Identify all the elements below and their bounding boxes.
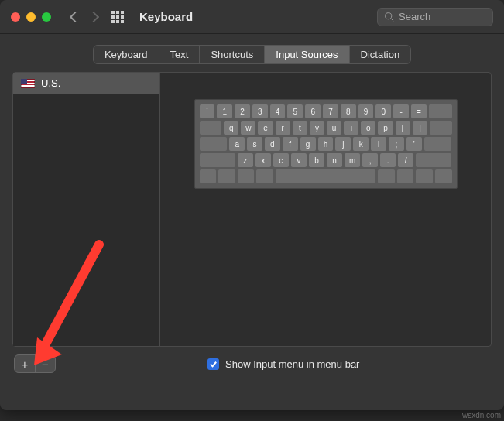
key-k: k [353,137,369,151]
tab-keyboard[interactable]: Keyboard [94,46,159,63]
key-`: ` [200,104,215,118]
key-f: f [283,137,298,151]
key-,: , [362,153,378,167]
key-p: p [378,121,393,135]
search-placeholder: Search [399,11,430,22]
key-7: 7 [323,104,338,118]
key-blank [416,169,433,183]
key-blank [429,104,452,118]
key-m: m [345,153,360,167]
input-source-name: U.S. [41,77,60,89]
key-v: v [291,153,307,167]
remove-source-button[interactable]: − [35,355,55,372]
key-blank [416,153,451,167]
zoom-window-button[interactable] [42,12,51,22]
window-title: Keyboard [139,10,193,23]
key-blank [378,169,395,183]
svg-point-0 [386,13,392,19]
key-blank [435,169,452,183]
key-b: b [309,153,324,167]
key-n: n [327,153,342,167]
key-c: c [273,153,289,167]
key-blank [397,169,414,183]
flag-icon-us [21,79,35,88]
svg-line-1 [391,19,393,21]
panes: U.S. `1234567890-=qwertyuiop[]asdfghjkl;… [12,72,492,347]
key-blank [218,169,235,183]
key-3: 3 [252,104,268,118]
key-l: l [371,137,386,151]
key-blank [424,137,452,151]
content-area: U.S. `1234567890-=qwertyuiop[]asdfghjkl;… [12,72,492,410]
key-=: = [411,104,427,118]
key-': ' [406,137,422,151]
close-window-button[interactable] [11,12,20,22]
key-blank [200,137,228,151]
show-input-menu-checkbox[interactable]: Show Input menu in menu bar [207,358,359,370]
key-y: y [310,121,324,135]
key-blank [200,121,222,135]
input-sources-list[interactable]: U.S. [13,73,160,346]
key-.: . [380,153,396,167]
key-5: 5 [287,104,303,118]
key-g: g [300,137,316,151]
key-t: t [293,121,307,135]
tab-dictation[interactable]: Dictation [350,46,411,63]
key-blank [200,153,235,167]
key-z: z [238,153,253,167]
key-blank [238,169,255,183]
key-[: [ [396,121,410,135]
key-;: ; [389,137,404,151]
key-q: q [224,121,238,135]
show-all-icon[interactable] [111,11,124,23]
tab-shortcuts[interactable]: Shortcuts [200,46,265,63]
key-j: j [335,137,351,151]
key-1: 1 [217,104,232,118]
keyboard-layout: `1234567890-=qwertyuiop[]asdfghjkl;'zxcv… [194,99,458,189]
key-/: / [398,153,413,167]
preferences-window: Keyboard Search KeyboardTextShortcutsInp… [0,0,504,410]
window-controls [11,12,51,22]
key-6: 6 [305,104,321,118]
key--: - [393,104,409,118]
input-source-item[interactable]: U.S. [13,73,159,94]
key-]: ] [413,121,427,135]
key-d: d [265,137,280,151]
key-x: x [255,153,271,167]
key-8: 8 [341,104,356,118]
titlebar: Keyboard Search [0,0,504,34]
bottom-controls: + − Show Input menu in menu bar [12,347,492,373]
key-9: 9 [358,104,374,118]
key-a: a [229,137,245,151]
watermark: wsxdn.com [462,411,501,419]
tab-text[interactable]: Text [159,46,201,63]
keyboard-preview: `1234567890-=qwertyuiop[]asdfghjkl;'zxcv… [160,73,491,346]
key-blank [276,169,375,183]
key-u: u [327,121,341,135]
key-4: 4 [270,104,286,118]
key-blank [256,169,273,183]
checkmark-icon [209,360,218,368]
key-h: h [318,137,334,151]
nav-buttons [71,13,98,21]
add-remove-segment: + − [14,354,56,373]
key-0: 0 [375,104,391,118]
key-i: i [344,121,358,135]
key-w: w [241,121,255,135]
tab-bar: KeyboardTextShortcutsInput SourcesDictat… [0,34,504,72]
forward-button [88,11,99,22]
checkbox-box[interactable] [207,358,219,370]
search-icon [384,12,394,22]
key-2: 2 [235,104,250,118]
key-blank [430,121,452,135]
tab-input-sources[interactable]: Input Sources [265,46,349,63]
key-r: r [276,121,290,135]
search-field[interactable]: Search [377,8,493,26]
key-blank [200,169,217,183]
key-o: o [361,121,375,135]
add-source-button[interactable]: + [15,355,35,372]
key-s: s [247,137,262,151]
back-button[interactable] [70,11,81,22]
checkbox-label: Show Input menu in menu bar [225,358,359,370]
minimize-window-button[interactable] [26,12,36,22]
